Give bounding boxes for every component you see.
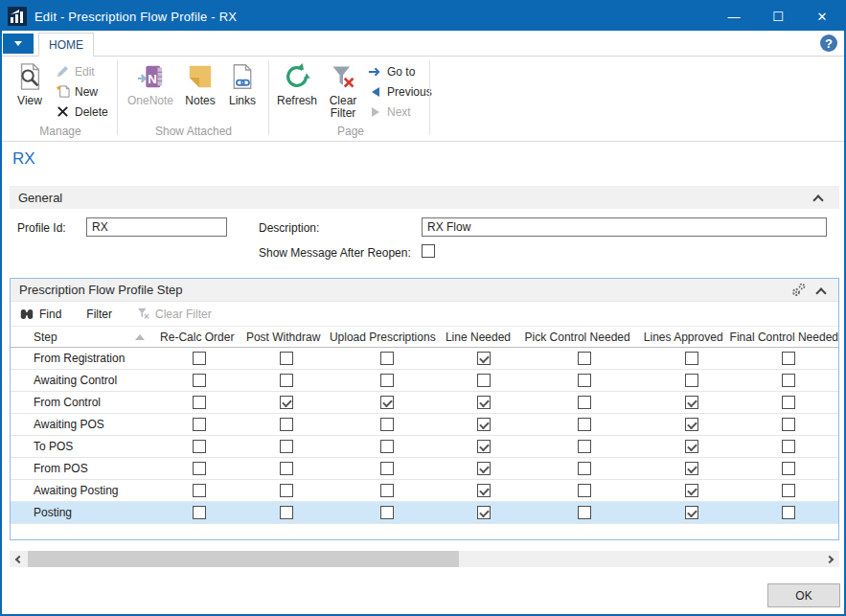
view-button[interactable]: View bbox=[8, 59, 52, 109]
table-row[interactable]: Awaiting Control bbox=[11, 370, 838, 392]
checkbox[interactable] bbox=[193, 484, 206, 497]
checkbox[interactable] bbox=[685, 484, 698, 497]
checkbox[interactable] bbox=[685, 352, 698, 365]
table-row[interactable]: Awaiting Posting bbox=[11, 480, 838, 502]
table-row[interactable]: Awaiting POS bbox=[11, 414, 838, 436]
checkbox[interactable] bbox=[380, 484, 394, 497]
checkbox[interactable] bbox=[685, 462, 698, 475]
checkbox[interactable] bbox=[782, 352, 795, 365]
checkbox[interactable] bbox=[477, 484, 491, 497]
checkbox[interactable] bbox=[380, 462, 394, 475]
checkbox[interactable] bbox=[685, 440, 698, 453]
checkbox[interactable] bbox=[193, 506, 206, 519]
checkbox[interactable] bbox=[685, 418, 698, 431]
tab-home[interactable]: HOME bbox=[38, 33, 94, 57]
checkbox[interactable] bbox=[380, 440, 394, 453]
collapse-icon[interactable] bbox=[817, 286, 827, 296]
checkbox[interactable] bbox=[380, 396, 394, 409]
checkbox[interactable] bbox=[578, 506, 591, 519]
column-header-final-control-needed[interactable]: Final Control Needed bbox=[730, 331, 838, 344]
checkbox[interactable] bbox=[477, 418, 491, 431]
checkbox[interactable] bbox=[280, 352, 293, 365]
checkbox[interactable] bbox=[477, 506, 491, 519]
checkbox[interactable] bbox=[193, 352, 206, 365]
checkbox[interactable] bbox=[193, 374, 206, 387]
application-menu-button[interactable] bbox=[3, 34, 34, 54]
checkbox[interactable] bbox=[380, 374, 394, 387]
description-field[interactable]: RX Flow bbox=[422, 217, 827, 237]
refresh-button[interactable]: Refresh bbox=[274, 59, 320, 109]
checkbox[interactable] bbox=[193, 462, 206, 475]
checkbox[interactable] bbox=[193, 440, 206, 453]
column-header-step[interactable]: Step bbox=[11, 331, 154, 344]
checkbox[interactable] bbox=[280, 374, 293, 387]
checkbox[interactable] bbox=[782, 418, 795, 431]
column-header-post-withdraw[interactable]: Post Withdraw bbox=[240, 331, 327, 344]
checkbox[interactable] bbox=[782, 396, 795, 409]
maximize-button[interactable]: ☐ bbox=[756, 2, 800, 31]
checkbox[interactable] bbox=[380, 506, 394, 519]
checkbox[interactable] bbox=[477, 462, 491, 475]
checkbox[interactable] bbox=[477, 352, 491, 365]
collapse-icon[interactable] bbox=[814, 194, 824, 203]
table-row[interactable]: From POS bbox=[11, 458, 838, 480]
checkbox[interactable] bbox=[193, 418, 206, 431]
horizontal-scrollbar[interactable] bbox=[10, 551, 839, 567]
checkbox[interactable] bbox=[578, 440, 591, 453]
table-row[interactable]: From Registration bbox=[11, 348, 838, 370]
checkbox[interactable] bbox=[578, 462, 591, 475]
onenote-button[interactable]: N OneNote bbox=[124, 59, 177, 109]
edit-button[interactable]: Edit bbox=[55, 62, 95, 80]
checkbox[interactable] bbox=[782, 440, 795, 453]
checkbox[interactable] bbox=[578, 484, 591, 497]
checkbox[interactable] bbox=[280, 418, 293, 431]
scroll-left-button[interactable] bbox=[10, 551, 27, 567]
new-button[interactable]: New bbox=[55, 82, 98, 101]
checkbox[interactable] bbox=[280, 506, 293, 519]
filter-button[interactable]: Filter bbox=[86, 308, 112, 321]
help-button[interactable]: ? bbox=[820, 34, 837, 52]
checkbox[interactable] bbox=[280, 462, 293, 475]
links-button[interactable]: Links bbox=[223, 59, 262, 109]
checkbox[interactable] bbox=[380, 418, 394, 431]
scrollbar-thumb[interactable] bbox=[28, 551, 459, 567]
checkbox[interactable] bbox=[280, 440, 293, 453]
close-button[interactable]: ✕ bbox=[800, 2, 844, 31]
goto-button[interactable]: Go to bbox=[367, 62, 415, 80]
column-header-line-needed[interactable]: Line Needed bbox=[439, 331, 518, 344]
table-row[interactable]: To POS bbox=[11, 436, 838, 458]
table-row[interactable]: From Control bbox=[11, 392, 838, 414]
column-header-re-calc-order[interactable]: Re-Calc Order bbox=[154, 331, 240, 344]
minimize-button[interactable]: — bbox=[712, 2, 756, 31]
checkbox[interactable] bbox=[477, 396, 491, 409]
checkbox[interactable] bbox=[193, 396, 206, 409]
checkbox[interactable] bbox=[578, 352, 591, 365]
steps-section-header[interactable]: Prescription Flow Profile Step bbox=[11, 279, 838, 302]
notes-button[interactable]: Notes bbox=[181, 59, 219, 109]
next-button[interactable]: Next bbox=[367, 103, 411, 121]
checkbox[interactable] bbox=[782, 462, 795, 475]
checkbox[interactable] bbox=[477, 440, 491, 453]
scroll-right-button[interactable] bbox=[822, 551, 839, 567]
checkbox[interactable] bbox=[685, 396, 698, 409]
checkbox[interactable] bbox=[782, 374, 795, 387]
checkbox[interactable] bbox=[280, 396, 293, 409]
column-header-lines-approved[interactable]: Lines Approved bbox=[637, 331, 730, 344]
ok-button[interactable]: OK bbox=[767, 583, 840, 607]
column-header-upload-prescriptions[interactable]: Upload Prescriptions bbox=[327, 331, 438, 344]
checkbox[interactable] bbox=[477, 374, 491, 387]
checkbox[interactable] bbox=[380, 352, 394, 365]
previous-button[interactable]: Previous bbox=[367, 82, 432, 101]
grid-clear-filter-button[interactable]: Clear Filter bbox=[137, 308, 212, 321]
checkbox[interactable] bbox=[280, 484, 293, 497]
clear-filter-button[interactable]: ClearFilter bbox=[324, 59, 362, 122]
delete-button[interactable]: Delete bbox=[55, 103, 108, 121]
find-button[interactable]: Find bbox=[19, 308, 61, 321]
checkbox[interactable] bbox=[685, 374, 698, 387]
checkbox[interactable] bbox=[578, 418, 591, 431]
general-section-header[interactable]: General bbox=[10, 186, 839, 209]
checkbox[interactable] bbox=[578, 374, 591, 387]
checkbox[interactable] bbox=[782, 484, 795, 497]
gears-icon[interactable] bbox=[790, 283, 806, 298]
column-header-pick-control-needed[interactable]: Pick Control Needed bbox=[517, 331, 636, 344]
